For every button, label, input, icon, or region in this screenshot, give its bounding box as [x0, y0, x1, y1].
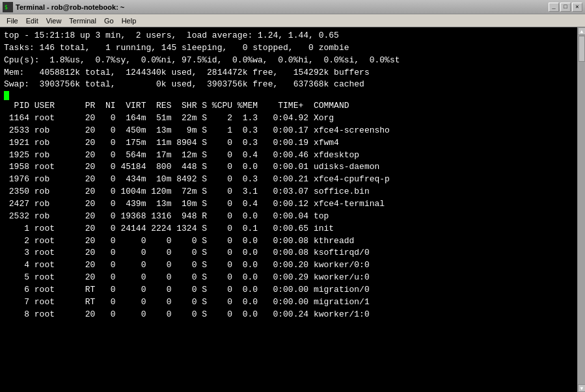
terminal-line: Cpu(s): 1.8%us, 0.7%sy, 0.0%ni, 97.5%id,… — [4, 55, 581, 67]
title-bar: $ Terminal - rob@rob-notebook: ~ _ □ ✕ — [0, 0, 585, 14]
menu-file[interactable]: File — [3, 16, 22, 26]
scrollbar-track[interactable] — [578, 35, 585, 384]
terminal-line: PID USER PR NI VIRT RES SHR S %CPU %MEM … — [4, 100, 581, 112]
title-bar-left: $ Terminal - rob@rob-notebook: ~ — [3, 2, 124, 12]
terminal-line: 1925 rob 20 0 564m 17m 12m S 0 0.4 0:00.… — [4, 150, 581, 162]
menu-bar: File Edit View Terminal Go Help — [0, 14, 585, 27]
terminal-content[interactable]: top - 15:21:18 up 3 min, 2 users, load a… — [0, 27, 585, 392]
terminal-line: 4 root 20 0 0 0 0 S 0 0.0 0:00.20 kworke… — [4, 259, 581, 272]
minimize-button[interactable]: _ — [549, 3, 559, 12]
terminal-line: 2533 rob 20 0 450m 13m 9m S 1 0.3 0:00.1… — [4, 125, 581, 137]
window-controls: _ □ ✕ — [549, 3, 582, 12]
terminal-line: Swap: 3903756k total, 0k used, 3903756k … — [4, 79, 581, 91]
terminal-line: Tasks: 146 total, 1 running, 145 sleepin… — [4, 42, 581, 55]
terminal-output: top - 15:21:18 up 3 min, 2 users, load a… — [4, 30, 581, 320]
terminal-line: 2532 rob 20 0 19368 1316 948 R 0 0.0 0:0… — [4, 211, 581, 223]
terminal-line: 5 root 20 0 0 0 0 S 0 0.0 0:00.29 kworke… — [4, 272, 581, 284]
terminal-line: Mem: 4058812k total, 1244340k used, 2814… — [4, 67, 581, 79]
scrollbar-down-button[interactable]: ▼ — [578, 384, 585, 392]
scrollbar[interactable]: ▲ ▼ — [577, 27, 585, 392]
terminal-line: 1 root 20 0 24144 2224 1324 S 0 0.1 0:00… — [4, 223, 581, 235]
cursor — [4, 91, 9, 100]
terminal-icon: $ — [3, 2, 13, 12]
menu-help[interactable]: Help — [118, 16, 141, 26]
terminal-line: 1921 rob 20 0 175m 11m 8904 S 0 0.3 0:00… — [4, 137, 581, 150]
maximize-button[interactable]: □ — [560, 3, 571, 12]
window-title: Terminal - rob@rob-notebook: ~ — [16, 3, 124, 11]
terminal-line: 3 root 20 0 0 0 0 S 0 0.0 0:00.08 ksofti… — [4, 247, 581, 259]
window: $ Terminal - rob@rob-notebook: ~ _ □ ✕ F… — [0, 0, 585, 392]
svg-text:$: $ — [5, 5, 8, 10]
terminal-line: 1958 root 20 0 45184 800 448 S 0 0.0 0:0… — [4, 161, 581, 174]
scrollbar-up-button[interactable]: ▲ — [578, 27, 585, 35]
terminal-line: 6 root RT 0 0 0 0 S 0 0.0 0:00.00 migrat… — [4, 284, 581, 296]
scrollbar-thumb[interactable] — [578, 36, 585, 62]
terminal-line: 8 root 20 0 0 0 0 S 0 0.0 0:00.24 kworke… — [4, 309, 581, 321]
terminal-line: 2 root 20 0 0 0 0 S 0 0.0 0:00.08 kthrea… — [4, 235, 581, 248]
terminal-line: 2350 rob 20 0 1004m 120m 72m S 0 3.1 0:0… — [4, 186, 581, 198]
menu-go[interactable]: Go — [100, 16, 118, 26]
close-button[interactable]: ✕ — [572, 3, 582, 12]
terminal-line: 1164 root 20 0 164m 51m 22m S 2 1.3 0:04… — [4, 112, 581, 125]
terminal-line: 1976 rob 20 0 434m 10m 8492 S 0 0.3 0:00… — [4, 174, 581, 186]
menu-edit[interactable]: Edit — [22, 16, 42, 26]
cursor-line — [4, 91, 581, 100]
menu-view[interactable]: View — [42, 16, 66, 26]
terminal-line: 7 root RT 0 0 0 0 S 0 0.0 0:00.00 migrat… — [4, 296, 581, 309]
terminal-line: top - 15:21:18 up 3 min, 2 users, load a… — [4, 30, 581, 42]
terminal-line: 2427 rob 20 0 439m 13m 10m S 0 0.4 0:00.… — [4, 198, 581, 211]
menu-terminal[interactable]: Terminal — [65, 16, 100, 26]
